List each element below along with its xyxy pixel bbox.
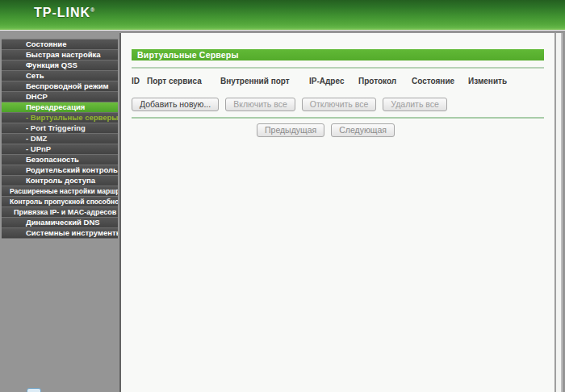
add-new-button[interactable]: Добавить новую... <box>132 98 219 111</box>
column-header-ip-address: IP-Адрес <box>309 77 358 86</box>
sidebar-item-wireless[interactable]: Беспроводной режим <box>2 81 118 92</box>
next-page-button[interactable]: Следующая <box>331 123 395 137</box>
separator-bottom <box>132 117 544 119</box>
sidebar-item-forwarding[interactable]: Переадресация <box>2 102 118 113</box>
sidebar-item-ip-mac-binding[interactable]: Привязка IP- и MAC-адресов <box>2 207 118 218</box>
section-header: Виртуальные Серверы <box>132 49 544 60</box>
tplink-logo-text: TP-LINK <box>34 6 90 19</box>
action-buttons-row: Добавить новую... Включить все Отключить… <box>132 98 544 111</box>
right-scroll-gutter[interactable] <box>555 33 563 392</box>
sidebar-item-system-tools[interactable]: Системные инструменты <box>2 228 118 239</box>
main-content: Виртуальные Серверы ID Порт сервиса Внут… <box>119 33 555 392</box>
separator-top <box>132 67 544 69</box>
column-header-service-port: Порт сервиса <box>147 77 220 86</box>
enable-all-button[interactable]: Включить все <box>225 98 295 111</box>
sidebar-item-access-control[interactable]: Контроль доступа <box>2 176 118 186</box>
disable-all-button[interactable]: Отключить все <box>302 98 377 111</box>
sidebar-item-port-triggering[interactable]: - Port Triggering <box>2 123 118 134</box>
sidebar-item-dhcp[interactable]: DHCP <box>2 92 118 102</box>
sidebar-item-qss[interactable]: Функция QSS <box>2 60 118 71</box>
sidebar-item-dynamic-dns[interactable]: Динамический DNS <box>2 218 118 228</box>
sidebar-item-bandwidth-control[interactable]: Контроль пропускной способности <box>2 197 118 207</box>
previous-page-button[interactable]: Предыдущая <box>257 123 324 137</box>
sidebar-item-advanced-routing[interactable]: Расширенные настройки маршрутизации <box>2 186 118 197</box>
top-banner: TP-LINK® <box>0 0 565 31</box>
sidebar-item-security[interactable]: Безопасность <box>2 155 118 165</box>
sidebar-item-status[interactable]: Состояние <box>2 40 118 50</box>
registered-trademark-mark: ® <box>90 7 94 13</box>
column-header-id: ID <box>132 77 147 86</box>
bottom-left-ui-fragment <box>27 388 41 392</box>
sidebar-item-parental-control[interactable]: Родительский контроль <box>2 165 118 176</box>
section-title: Виртуальные Серверы <box>137 50 239 60</box>
sidebar-nav: Состояние Быстрая настройка Функция QSS … <box>2 39 118 239</box>
sidebar-item-dmz[interactable]: - DMZ <box>2 134 118 144</box>
delete-all-button[interactable]: Удалить все <box>383 98 447 111</box>
sidebar-item-upnp[interactable]: - UPnP <box>2 144 118 155</box>
tplink-logo: TP-LINK® <box>34 6 94 20</box>
column-header-protocol: Протокол <box>358 77 412 86</box>
virtual-servers-table-header: ID Порт сервиса Внутренний порт IP-Адрес… <box>132 77 544 86</box>
pagination-row: Предыдущая Следующая <box>257 123 544 137</box>
sidebar-item-quick-setup[interactable]: Быстрая настройка <box>2 50 118 60</box>
sidebar-item-network[interactable]: Сеть <box>2 71 118 81</box>
router-admin-page: { "brand": { "logo_text": "TP-LINK", "re… <box>0 0 565 392</box>
sidebar-item-virtual-servers[interactable]: - Виртуальные серверы <box>2 113 118 123</box>
column-header-status: Состояние <box>412 77 468 86</box>
column-header-modify: Изменить <box>468 77 544 86</box>
column-header-internal-port: Внутренний порт <box>220 77 309 86</box>
